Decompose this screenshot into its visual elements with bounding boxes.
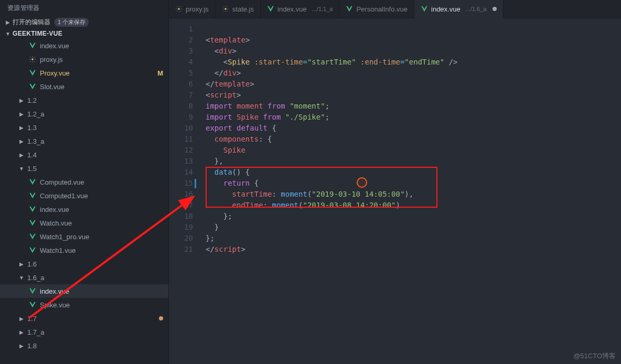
file-item[interactable]: index.vue (0, 284, 168, 298)
unsaved-badge: 1 个未保存 (55, 18, 89, 27)
file-item[interactable]: index.vue (0, 39, 168, 52)
git-modified-dot-icon (159, 316, 163, 320)
folder-label: 1.6 (27, 260, 163, 268)
file-item[interactable]: index.vue (0, 202, 168, 216)
editor-tab[interactable]: index.vue.../1.6_a (414, 0, 504, 18)
code-content[interactable]: <template> <div> <Spike :start-time="sta… (198, 18, 621, 364)
vue-icon (28, 42, 37, 49)
file-item[interactable]: Watch.vue (0, 216, 168, 230)
vue-icon (28, 233, 37, 240)
file-tree[interactable]: index.vueproxy.jsProxy.vueMSlot.vue▶1.2▶… (0, 39, 168, 364)
file-item[interactable]: Computed1.vue (0, 189, 168, 202)
vue-icon (346, 5, 353, 13)
vue-icon (28, 206, 37, 213)
file-label: Computed.vue (40, 178, 163, 186)
folder-label: 1.2_a (27, 110, 163, 118)
tab-label: PersonalInfo.vue (356, 5, 408, 13)
editor-tab[interactable]: PersonalInfo.vue (339, 0, 414, 18)
project-name: GEEKTIME-VUE (13, 30, 62, 37)
file-item[interactable]: proxy.js (0, 52, 168, 66)
file-label: Watch.vue (40, 219, 163, 227)
folder-item[interactable]: ▶1.7 (0, 312, 168, 325)
folder-item[interactable]: ▶1.6 (0, 257, 168, 271)
folder-label: 1.8 (27, 342, 163, 350)
tab-label: state.js (232, 5, 254, 13)
project-section[interactable]: ▼ GEEKTIME-VUE (0, 28, 168, 39)
file-label: Spike.vue (40, 301, 163, 309)
folder-item[interactable]: ▶1.3_a (0, 134, 168, 148)
tab-label: proxy.js (186, 5, 209, 13)
file-label: Watch1_pro.vue (40, 233, 163, 241)
open-editors-label: 打开的编辑器 (13, 18, 50, 27)
editor-tab[interactable]: state.js (216, 0, 261, 18)
chevron-right-icon: ▶ (19, 152, 24, 158)
explorer-sidebar: 资源管理器 ▶ 打开的编辑器 1 个未保存 ▼ GEEKTIME-VUE ind… (0, 0, 169, 364)
file-label: Watch1.vue (40, 247, 163, 254)
tab-label: index.vue (277, 5, 307, 13)
folder-label: 1.6_a (27, 274, 163, 282)
folder-label: 1.2 (27, 97, 163, 104)
code-editor[interactable]: 123456789101112131415161718192021 <templ… (169, 18, 621, 364)
chevron-right-icon: ▶ (19, 329, 24, 335)
folder-label: 1.3_a (27, 137, 163, 145)
svg-point-1 (178, 8, 180, 10)
editor-tabs[interactable]: proxy.jsstate.jsindex.vue.../1.1_aPerson… (169, 0, 621, 18)
file-item[interactable]: Proxy.vueM (0, 66, 168, 80)
editor-tab[interactable]: proxy.js (169, 0, 216, 18)
chevron-down-icon: ▼ (19, 166, 24, 172)
git-status-badge: M (157, 69, 163, 77)
vue-icon (28, 83, 37, 90)
file-item[interactable]: Computed.vue (0, 175, 168, 189)
chevron-right-icon: ▶ (19, 98, 24, 103)
chevron-right-icon: ▶ (19, 111, 24, 117)
vue-icon (28, 287, 37, 295)
folder-label: 1.4 (27, 151, 163, 159)
folder-item[interactable]: ▼1.5 (0, 162, 168, 175)
file-item[interactable]: Spike.vue (0, 298, 168, 312)
explorer-title: 资源管理器 (0, 0, 168, 16)
vue-icon (28, 247, 37, 254)
chevron-right-icon: ▶ (5, 19, 10, 25)
file-label: Proxy.vue (40, 69, 151, 77)
folder-item[interactable]: ▶1.7_a (0, 325, 168, 339)
unsaved-dot-icon (492, 7, 497, 11)
js-settings-icon (222, 5, 229, 13)
folder-label: 1.5 (27, 165, 163, 173)
vue-icon (28, 219, 37, 227)
vue-icon (267, 5, 274, 13)
file-item[interactable]: Watch1.vue (0, 243, 168, 257)
folder-label: 1.3 (27, 124, 163, 132)
file-item[interactable]: Watch1_pro.vue (0, 230, 168, 243)
editor-tab[interactable]: index.vue.../1.1_a (261, 0, 339, 18)
folder-item[interactable]: ▼1.6_a (0, 271, 168, 284)
file-label: proxy.js (40, 56, 163, 63)
file-label: Computed1.vue (40, 192, 163, 200)
file-label: index.vue (40, 287, 163, 295)
watermark: @51CTO博客 (573, 351, 616, 361)
file-label: Slot.vue (40, 83, 163, 91)
chevron-down-icon: ▼ (5, 31, 10, 37)
file-item[interactable]: Slot.vue (0, 80, 168, 93)
open-editors-section[interactable]: ▶ 打开的编辑器 1 个未保存 (0, 16, 168, 28)
svg-point-0 (31, 58, 34, 60)
editor-area: proxy.jsstate.jsindex.vue.../1.1_aPerson… (169, 0, 621, 364)
chevron-down-icon: ▼ (19, 275, 24, 281)
folder-item[interactable]: ▶1.3 (0, 121, 168, 134)
tab-path: .../1.1_a (312, 6, 333, 12)
js-settings-icon (28, 56, 37, 63)
folder-label: 1.7 (27, 315, 153, 323)
folder-label: 1.7_a (27, 328, 163, 336)
chevron-right-icon: ▶ (19, 138, 24, 144)
chevron-right-icon: ▶ (19, 316, 24, 322)
chevron-right-icon: ▶ (19, 261, 24, 267)
folder-item[interactable]: ▶1.8 (0, 339, 168, 352)
folder-item[interactable]: ▶1.4 (0, 148, 168, 162)
vue-icon (28, 69, 37, 77)
folder-item[interactable]: ▶1.2_a (0, 107, 168, 121)
svg-point-2 (224, 8, 227, 10)
vue-icon (28, 192, 37, 199)
folder-item[interactable]: ▶1.2 (0, 93, 168, 107)
chevron-right-icon: ▶ (19, 343, 24, 349)
vue-icon (421, 5, 428, 13)
file-label: index.vue (40, 42, 163, 50)
